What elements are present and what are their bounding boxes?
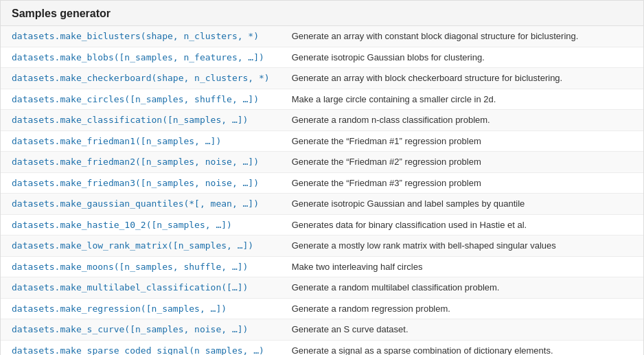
function-link[interactable]: datasets.make_hastie_10_2([n_samples, …]…	[12, 220, 232, 230]
description-cell: Generate an array with block checkerboar…	[281, 68, 643, 89]
table-row: datasets.make_blobs([n_samples, n_featur…	[1, 47, 643, 68]
function-link[interactable]: datasets.make_checkerboard(shape, n_clus…	[12, 73, 270, 83]
description-cell: Generate a random regression problem.	[281, 298, 643, 319]
table-row: datasets.make_hastie_10_2([n_samples, …]…	[1, 214, 643, 236]
page-title: Samples generator	[1, 1, 643, 26]
function-cell[interactable]: datasets.make_classification([n_samples,…	[1, 110, 281, 131]
function-link[interactable]: datasets.make_friedman2([n_samples, nois…	[12, 157, 259, 167]
function-cell[interactable]: datasets.make_s_curve([n_samples, noise,…	[1, 319, 281, 341]
function-link[interactable]: datasets.make_biclusters(shape, n_cluste…	[12, 31, 259, 41]
function-cell[interactable]: datasets.make_hastie_10_2([n_samples, …]…	[1, 214, 281, 236]
function-link[interactable]: datasets.make_sparse_coded_signal(n_samp…	[12, 345, 264, 356]
function-link[interactable]: datasets.make_friedman3([n_samples, nois…	[12, 178, 259, 188]
function-cell[interactable]: datasets.make_circles([n_samples, shuffl…	[1, 89, 281, 110]
table-row: datasets.make_gaussian_quantiles(*[, mea…	[1, 194, 643, 215]
function-link[interactable]: datasets.make_blobs([n_samples, n_featur…	[12, 52, 264, 62]
function-link[interactable]: datasets.make_multilabel_classification(…	[12, 282, 248, 293]
table-row: datasets.make_friedman1([n_samples, …])G…	[1, 130, 643, 152]
description-cell: Generate isotropic Gaussian blobs for cl…	[281, 47, 643, 68]
description-cell: Generate a signal as a sparse combinatio…	[281, 340, 643, 355]
function-link[interactable]: datasets.make_moons([n_samples, shuffle,…	[12, 262, 248, 272]
function-link[interactable]: datasets.make_classification([n_samples,…	[12, 115, 248, 125]
function-link[interactable]: datasets.make_s_curve([n_samples, noise,…	[12, 324, 248, 334]
table-row: datasets.make_biclusters(shape, n_cluste…	[1, 26, 643, 47]
table-row: datasets.make_low_rank_matrix([n_samples…	[1, 236, 643, 257]
description-cell: Generate the “Friedman #2” regression pr…	[281, 152, 643, 173]
description-cell: Make a large circle containing a smaller…	[281, 89, 643, 110]
function-link[interactable]: datasets.make_low_rank_matrix([n_samples…	[12, 240, 253, 251]
description-cell: Make two interleaving half circles	[281, 256, 643, 277]
function-link[interactable]: datasets.make_circles([n_samples, shuffl…	[12, 94, 259, 104]
description-cell: Generate the “Friedman #3” regression pr…	[281, 172, 643, 194]
table-row: datasets.make_regression([n_samples, …])…	[1, 298, 643, 319]
function-cell[interactable]: datasets.make_checkerboard(shape, n_clus…	[1, 68, 281, 89]
description-cell: Generates data for binary classification…	[281, 214, 643, 236]
function-cell[interactable]: datasets.make_sparse_coded_signal(n_samp…	[1, 340, 281, 355]
description-cell: Generate the “Friedman #1” regression pr…	[281, 130, 643, 152]
function-link[interactable]: datasets.make_gaussian_quantiles(*[, mea…	[12, 198, 259, 209]
table-row: datasets.make_checkerboard(shape, n_clus…	[1, 68, 643, 89]
table-row: datasets.make_friedman2([n_samples, nois…	[1, 152, 643, 173]
table-row: datasets.make_circles([n_samples, shuffl…	[1, 89, 643, 110]
datasets-table: datasets.make_biclusters(shape, n_cluste…	[1, 26, 643, 355]
function-cell[interactable]: datasets.make_biclusters(shape, n_cluste…	[1, 26, 281, 47]
description-cell: Generate isotropic Gaussian and label sa…	[281, 194, 643, 215]
table-row: datasets.make_sparse_coded_signal(n_samp…	[1, 340, 643, 355]
function-cell[interactable]: datasets.make_moons([n_samples, shuffle,…	[1, 256, 281, 277]
table-row: datasets.make_moons([n_samples, shuffle,…	[1, 256, 643, 277]
function-cell[interactable]: datasets.make_friedman3([n_samples, nois…	[1, 172, 281, 194]
function-cell[interactable]: datasets.make_low_rank_matrix([n_samples…	[1, 236, 281, 257]
function-cell[interactable]: datasets.make_gaussian_quantiles(*[, mea…	[1, 194, 281, 215]
function-cell[interactable]: datasets.make_multilabel_classification(…	[1, 277, 281, 299]
function-cell[interactable]: datasets.make_friedman1([n_samples, …])	[1, 130, 281, 152]
description-cell: Generate a mostly low rank matrix with b…	[281, 236, 643, 257]
function-cell[interactable]: datasets.make_regression([n_samples, …])	[1, 298, 281, 319]
function-cell[interactable]: datasets.make_friedman2([n_samples, nois…	[1, 152, 281, 173]
table-row: datasets.make_classification([n_samples,…	[1, 110, 643, 131]
description-cell: Generate an S curve dataset.	[281, 319, 643, 341]
table-row: datasets.make_friedman3([n_samples, nois…	[1, 172, 643, 194]
function-link[interactable]: datasets.make_friedman1([n_samples, …])	[12, 136, 221, 146]
description-cell: Generate an array with constant block di…	[281, 26, 643, 47]
function-cell[interactable]: datasets.make_blobs([n_samples, n_featur…	[1, 47, 281, 68]
description-cell: Generate a random n-class classification…	[281, 110, 643, 131]
description-cell: Generate a random multilabel classificat…	[281, 277, 643, 299]
table-row: datasets.make_s_curve([n_samples, noise,…	[1, 319, 643, 341]
table-row: datasets.make_multilabel_classification(…	[1, 277, 643, 299]
function-link[interactable]: datasets.make_regression([n_samples, …])	[12, 304, 227, 314]
samples-generator-container: Samples generator datasets.make_bicluste…	[0, 0, 644, 355]
